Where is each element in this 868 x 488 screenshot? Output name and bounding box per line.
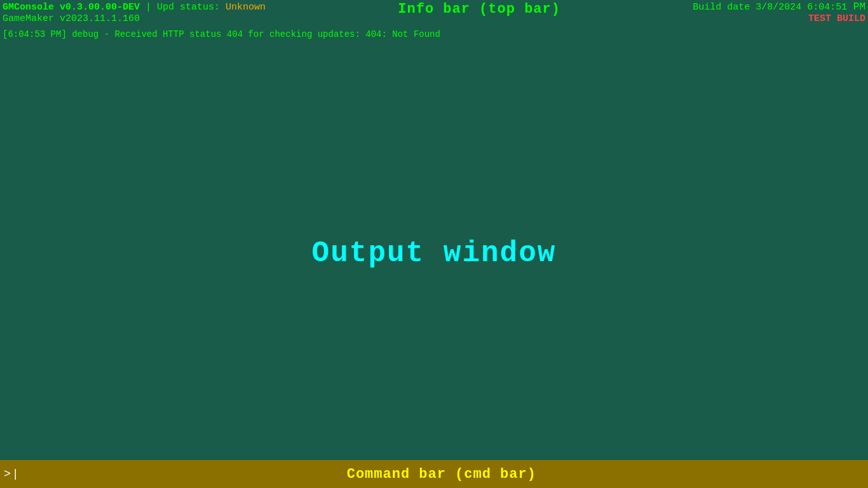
gamemaker-version: GameMaker v2023.11.1.160	[3, 13, 140, 24]
gamemaker-version-row: GameMaker v2023.11.1.160	[3, 13, 266, 24]
test-build-badge: TEST BUILD	[808, 13, 865, 24]
app-name: GMConsole v0.3.00.00-DEV	[3, 2, 140, 13]
upd-status-value: Unknown	[226, 2, 266, 13]
log-line: [6:04:53 PM] debug - Received HTTP statu…	[3, 29, 865, 39]
command-bar[interactable]: > | Command bar (cmd bar)	[0, 460, 868, 488]
app-title-row: GMConsole v0.3.00.00-DEV | Upd status: U…	[3, 1, 266, 13]
log-bar: [6:04:53 PM] debug - Received HTTP statu…	[0, 28, 868, 47]
cmd-cursor: |	[12, 468, 19, 480]
info-bar-label: Info bar (top bar)	[398, 1, 560, 17]
top-bar-center: Info bar (top bar)	[266, 1, 693, 17]
cmd-bar-label: Command bar (cmd bar)	[19, 466, 864, 482]
build-date: Build date 3/8/2024 6:04:51	[693, 2, 847, 13]
output-window: Output window	[0, 47, 868, 460]
separator: |	[140, 2, 157, 13]
build-pm: PM	[847, 1, 865, 13]
top-bar-right: Build date 3/8/2024 6:04:51 PM TEST BUIL…	[693, 1, 865, 24]
output-window-label: Output window	[312, 237, 557, 270]
upd-label: Upd status:	[157, 2, 226, 13]
top-bar-left: GMConsole v0.3.00.00-DEV | Upd status: U…	[3, 1, 266, 24]
test-build-row: TEST BUILD	[808, 13, 865, 24]
cmd-prompt: >	[4, 468, 11, 480]
build-date-row: Build date 3/8/2024 6:04:51 PM	[693, 1, 865, 13]
top-bar: GMConsole v0.3.00.00-DEV | Upd status: U…	[0, 0, 868, 28]
